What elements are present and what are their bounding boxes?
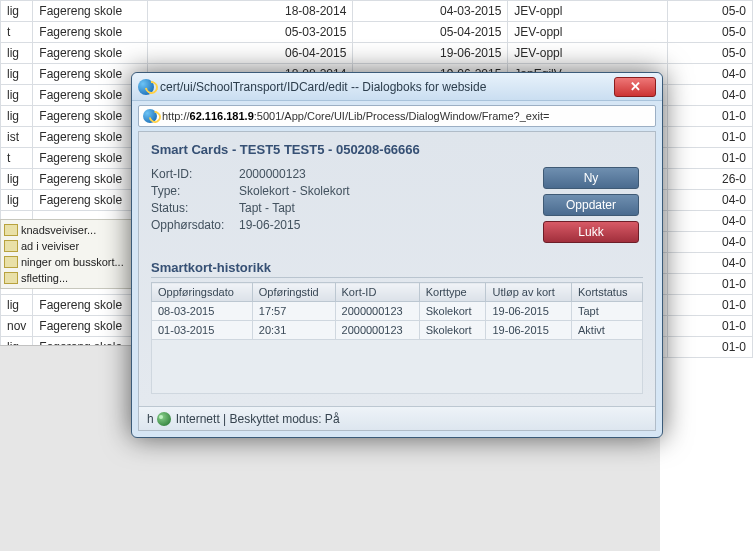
lukk-button[interactable]: Lukk <box>543 221 639 243</box>
history-header[interactable]: Korttype <box>419 283 486 302</box>
type-label: Type: <box>151 184 239 198</box>
address-bar[interactable]: http://62.116.181.9:5001/App/Core/UI/Lib… <box>138 105 656 127</box>
globe-icon <box>157 412 171 426</box>
history-row[interactable]: 08-03-201517:572000000123Skolekort19-06-… <box>152 302 643 321</box>
task-wizard-panel: knadsveiviser...ad i veiviserninger om b… <box>0 219 139 289</box>
task-item[interactable]: sfletting... <box>4 270 135 286</box>
history-header[interactable]: Opføringstid <box>252 283 335 302</box>
section-heading: Smart Cards - TEST5 TEST5 - 050208-66666 <box>151 142 643 157</box>
url-rest: :5001/App/Core/UI/Lib/Process/DialogWind… <box>254 110 550 122</box>
status-value: Tapt - Tapt <box>239 201 295 215</box>
dialog-content: Smart Cards - TEST5 TEST5 - 050208-66666… <box>138 131 656 431</box>
task-item[interactable]: knadsveiviser... <box>4 222 135 238</box>
dialog-window: cert/ui/SchoolTransport/IDCard/edit -- D… <box>131 72 663 438</box>
dialog-titlebar[interactable]: cert/ui/SchoolTransport/IDCard/edit -- D… <box>132 73 662 101</box>
history-heading: Smartkort-historikk <box>151 260 643 278</box>
task-item[interactable]: ninger om busskort... <box>4 254 135 270</box>
kort-id-label: Kort-ID: <box>151 167 239 181</box>
type-value: Skolekort - Skolekort <box>239 184 350 198</box>
task-item[interactable]: ad i veiviser <box>4 238 135 254</box>
ny-button[interactable]: Ny <box>543 167 639 189</box>
task-icon <box>4 224 18 236</box>
status-h: h <box>147 412 154 426</box>
table-row[interactable]: tFagereng skole05-03-201505-04-2015JEV-o… <box>1 22 753 43</box>
history-empty-area <box>151 340 643 394</box>
history-header[interactable]: Kortstatus <box>571 283 642 302</box>
task-icon <box>4 240 18 252</box>
task-icon <box>4 272 18 284</box>
opphorsdato-value: 19-06-2015 <box>239 218 300 232</box>
dialog-title: cert/ui/SchoolTransport/IDCard/edit -- D… <box>160 80 614 94</box>
opphorsdato-label: Opphørsdato: <box>151 218 239 232</box>
table-row[interactable]: ligFagereng skole06-04-201519-06-2015JEV… <box>1 43 753 64</box>
ie-icon <box>138 79 154 95</box>
task-icon <box>4 256 18 268</box>
url-host: 62.116.181.9 <box>190 110 254 122</box>
history-table: OppføringsdatoOpføringstidKort-IDKorttyp… <box>151 282 643 340</box>
ie-icon <box>143 109 157 123</box>
status-text: Internett | Beskyttet modus: På <box>176 412 340 426</box>
table-row[interactable]: ligFagereng skole18-08-201404-03-2015JEV… <box>1 1 753 22</box>
kort-id-value: 2000000123 <box>239 167 306 181</box>
history-header[interactable]: Kort-ID <box>335 283 419 302</box>
history-header[interactable]: Oppføringsdato <box>152 283 253 302</box>
oppdater-button[interactable]: Oppdater <box>543 194 639 216</box>
close-button[interactable]: ✕ <box>614 77 656 97</box>
history-header[interactable]: Utløp av kort <box>486 283 572 302</box>
status-label: Status: <box>151 201 239 215</box>
url-prefix: http:// <box>162 110 190 122</box>
dialog-statusbar: h Internett | Beskyttet modus: På <box>139 406 655 430</box>
history-row[interactable]: 01-03-201520:312000000123Skolekort19-06-… <box>152 321 643 340</box>
kv-list: Kort-ID:2000000123 Type:Skolekort - Skol… <box>151 167 543 248</box>
